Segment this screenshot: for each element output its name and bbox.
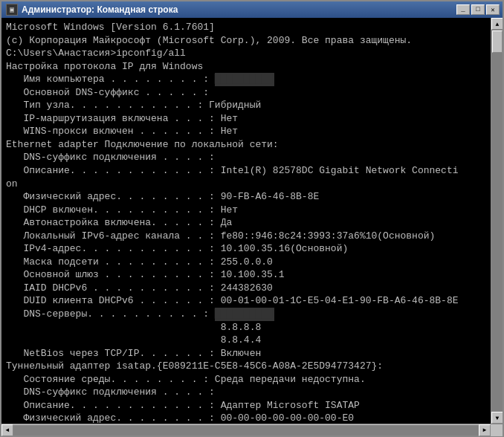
terminal-line: Тип узла. . . . . . . . . . . : Гибридны…: [6, 99, 486, 112]
redacted-value: ██████████: [215, 308, 274, 321]
scroll-up-button[interactable]: ▲: [491, 18, 503, 30]
scroll-corner: [491, 424, 503, 436]
horizontal-scrollbar[interactable]: ◄ ►: [1, 424, 503, 436]
terminal-line: C:\Users\Анастасия>ipconfig/all: [6, 47, 486, 60]
terminal-line: DNS-суффикс подключения . . . . :: [6, 151, 486, 164]
window-icon-glyph: ▣: [10, 5, 14, 14]
terminal[interactable]: Microsoft Windows [Version 6.1.7601](c) …: [1, 18, 491, 424]
scroll-track[interactable]: [491, 30, 503, 412]
terminal-line: Microsoft Windows [Version 6.1.7601]: [6, 21, 486, 34]
terminal-line: DNS-серверы. . . . . . . . . . : ███████…: [6, 308, 486, 321]
terminal-line: IAID DHCPv6 . . . . . . . . . . : 244382…: [6, 282, 486, 295]
terminal-line: Автонастройка включена. . . . . : Да: [6, 216, 486, 230]
scroll-area: Microsoft Windows [Version 6.1.7601](c) …: [1, 18, 503, 424]
terminal-line: Локальный IPv6-адрес канала . . : fe80::…: [6, 230, 486, 243]
terminal-line: Описание. . . . . . . . . . . . : Адапте…: [6, 399, 486, 412]
window-icon: ▣: [6, 4, 18, 16]
terminal-line: Физический адрес. . . . . . . . : 90-FB-…: [6, 190, 486, 204]
terminal-line: 8.8.4.4: [6, 334, 486, 347]
terminal-line: on: [6, 178, 486, 191]
window-title: Администратор: Командная строка: [22, 4, 178, 15]
terminal-line: Туннельный адаптер isatap.{E089211E-C5E8…: [6, 360, 486, 373]
scroll-left-button[interactable]: ◄: [1, 424, 13, 436]
title-bar-left: ▣ Администратор: Командная строка: [6, 4, 178, 16]
terminal-line: (c) Корпорация Майкрософт (Microsoft Cor…: [6, 34, 486, 48]
terminal-line: IP-маршрутизация включена . . . : Нет: [6, 112, 486, 126]
terminal-line: Имя компьютера . . . . . . . . : ███████…: [6, 73, 486, 86]
h-scroll-track[interactable]: [13, 425, 479, 436]
title-bar: ▣ Администратор: Командная строка _ □ ✕: [1, 1, 503, 18]
terminal-line: Основной DNS-суффикс . . . . . :: [6, 86, 486, 100]
maximize-button[interactable]: □: [471, 4, 485, 15]
scroll-right-button[interactable]: ►: [479, 424, 491, 436]
terminal-line: Основной шлюз . . . . . . . . . : 10.100…: [6, 268, 486, 282]
scroll-thumb[interactable]: [492, 30, 503, 53]
terminal-line: 8.8.8.8: [6, 321, 486, 334]
terminal-line: Описание. . . . . . . . . . . . : Intel(…: [6, 164, 486, 178]
vertical-scrollbar[interactable]: ▲ ▼: [491, 18, 503, 424]
terminal-line: Физический адрес. . . . . . . . : 00-00-…: [6, 412, 486, 424]
terminal-line: WINS-прокси включен . . . . . . : Нет: [6, 125, 486, 138]
window: ▣ Администратор: Командная строка _ □ ✕ …: [0, 0, 504, 437]
close-button[interactable]: ✕: [486, 4, 500, 15]
terminal-line: NetBios через TCP/IP. . . . . . : Включе…: [6, 347, 486, 360]
terminal-line: DUID клиента DHCPv6 . . . . . . : 00-01-…: [6, 294, 486, 308]
redacted-value: ██████████: [215, 73, 274, 86]
terminal-line: Состояние среды. . . . . . . . : Среда п…: [6, 373, 486, 386]
terminal-line: Ethernet adapter Подключение по локально…: [6, 138, 486, 152]
minimize-button[interactable]: _: [456, 4, 470, 15]
scroll-down-button[interactable]: ▼: [491, 412, 503, 424]
terminal-line: Маска подсети . . . . . . . . . : 255.0.…: [6, 256, 486, 269]
terminal-line: DNS-суффикс подключения . . . . :: [6, 386, 486, 399]
terminal-line: IPv4-адрес. . . . . . . . . . . : 10.100…: [6, 242, 486, 256]
title-bar-buttons: _ □ ✕: [456, 4, 500, 15]
terminal-line: Настройка протокола IP для Windows: [6, 60, 486, 74]
terminal-line: DHCP включен. . . . . . . . . . : Нет: [6, 204, 486, 217]
